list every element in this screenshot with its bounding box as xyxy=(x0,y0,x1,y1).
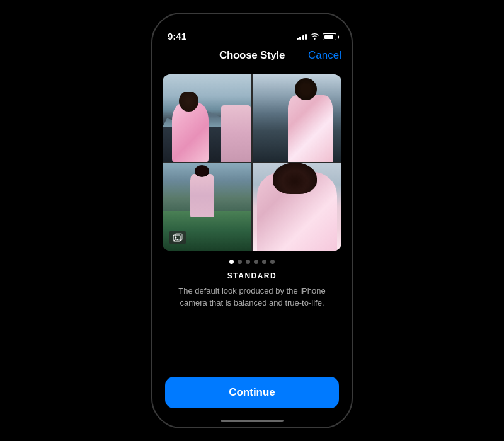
dot-4[interactable] xyxy=(254,260,258,264)
battery-fill xyxy=(324,35,333,39)
style-name-label: STANDARD xyxy=(152,272,352,280)
phone-frame: 9:41 xyxy=(151,13,353,428)
dot-1[interactable] xyxy=(229,260,234,264)
photo-bottom-right xyxy=(253,163,341,251)
dot-2[interactable] xyxy=(238,260,242,264)
wifi-icon xyxy=(310,32,319,42)
cancel-button[interactable]: Cancel xyxy=(308,49,341,62)
gallery-icon xyxy=(169,231,186,244)
battery-icon xyxy=(323,33,336,40)
dot-5[interactable] xyxy=(262,260,266,264)
home-indicator xyxy=(220,420,284,422)
status-icons xyxy=(297,32,337,42)
photo-grid-container xyxy=(163,74,341,251)
continue-button-label: Continue xyxy=(229,386,275,399)
dynamic-island xyxy=(224,21,280,39)
screen: 9:41 xyxy=(152,14,352,427)
photo-cell-top-right[interactable] xyxy=(253,74,341,162)
dot-6[interactable] xyxy=(270,260,275,264)
spacer xyxy=(152,309,352,377)
photo-person-2 xyxy=(220,105,251,162)
photo-bottom-left xyxy=(163,163,251,251)
signal-bar-1 xyxy=(297,38,299,40)
nav-title: Choose Style xyxy=(219,49,285,62)
signal-bar-2 xyxy=(299,37,301,40)
status-time: 9:41 xyxy=(168,31,186,42)
style-description: The default look produced by the iPhone … xyxy=(171,285,333,309)
photo-cell-bottom-left[interactable] xyxy=(163,163,251,251)
photo-top-left xyxy=(163,74,251,162)
signal-bars-icon xyxy=(297,34,307,40)
photo-person xyxy=(167,92,216,162)
signal-bar-3 xyxy=(302,35,304,40)
photo-cell-bottom-right[interactable] xyxy=(253,163,341,251)
pagination-dots xyxy=(152,260,352,264)
photo-top-right xyxy=(253,74,341,162)
photo-cell-top-left[interactable] xyxy=(163,74,251,162)
signal-bar-4 xyxy=(305,34,307,40)
photo-grid xyxy=(163,74,341,251)
continue-button[interactable]: Continue xyxy=(165,377,339,408)
dot-3[interactable] xyxy=(246,260,250,264)
